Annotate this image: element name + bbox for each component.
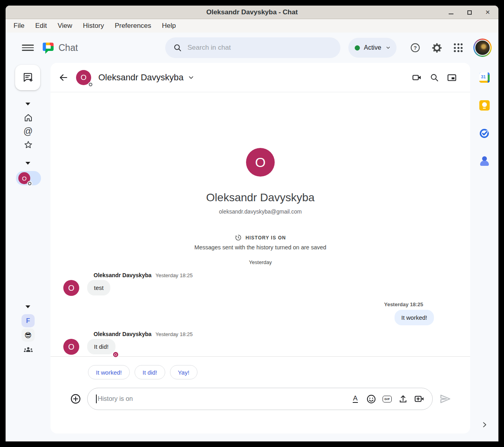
search-input[interactable] (188, 44, 323, 52)
chat-logo: Chat (42, 41, 78, 54)
menu-file[interactable]: File (14, 22, 24, 30)
gif-button[interactable]: GIF (382, 394, 393, 404)
message-input[interactable]: History is on A (87, 388, 433, 410)
message-avatar: O (63, 280, 79, 296)
maximize-button[interactable] (465, 8, 474, 17)
read-receipt-letter: O (114, 353, 117, 357)
presence-indicator (89, 83, 92, 86)
search-icon (430, 73, 439, 82)
message-list[interactable]: O Oleksandr Davyskyba oleksandr.davyskyb… (51, 92, 470, 356)
message-group: Oleksandr Davyskyba Yesterday 18:25 O It… (51, 325, 470, 355)
dm-collapse-arrow[interactable] (25, 162, 30, 165)
keep-app-button[interactable] (470, 100, 498, 111)
calendar-day-number: 31 (479, 72, 488, 81)
conversation-avatar: O (18, 172, 30, 184)
compose-row: History is on A (51, 388, 470, 410)
menu-edit[interactable]: Edit (35, 22, 47, 30)
tasks-app-button[interactable] (470, 128, 498, 139)
emoji-icon (366, 394, 376, 404)
history-banner-title: HISTORY IS ON (246, 235, 286, 241)
read-receipt-avatar: O (112, 351, 119, 358)
menu-view[interactable]: View (58, 22, 72, 30)
history-banner: HISTORY IS ON (235, 234, 286, 241)
add-attachment-button[interactable] (70, 394, 81, 404)
starred-shortcut[interactable] (6, 140, 51, 150)
window-controls: ✕ (447, 6, 492, 19)
calendar-app-button[interactable]: 31 (470, 72, 498, 83)
window-title: Oleksandr Davyskyba - Chat (206, 8, 298, 16)
google-apps-button[interactable] (450, 40, 466, 56)
contacts-app-button[interactable] (470, 156, 498, 166)
back-button[interactable] (55, 70, 71, 86)
close-button[interactable]: ✕ (483, 8, 492, 17)
message-text: test (94, 284, 104, 291)
space-item-f[interactable]: F (21, 314, 35, 327)
add-video-icon (414, 394, 424, 404)
video-meeting-button[interactable] (414, 394, 424, 404)
minimize-button[interactable] (447, 8, 455, 17)
space-emoji: 😎 (25, 331, 32, 339)
search-icon (173, 43, 182, 52)
search-in-conversation-button[interactable] (426, 70, 443, 86)
conversation-item-selected[interactable]: O (16, 171, 41, 185)
presence-indicator (28, 182, 31, 185)
status-selector[interactable]: Active (348, 38, 397, 58)
smart-reply-chip[interactable]: It did! (135, 365, 165, 379)
apps-grid-icon (454, 43, 463, 52)
chat-panel: O Oleksandr Davyskyba (51, 63, 470, 433)
app-header: Chat Active ? (6, 33, 498, 63)
message-text: It did! (94, 343, 109, 350)
message-input-placeholder: History is on (98, 395, 133, 402)
help-button[interactable]: ? (407, 40, 423, 56)
mentions-shortcut[interactable]: @ (6, 127, 51, 136)
profile-email: oleksandr.davyskyba@gmail.com (219, 208, 302, 215)
collapse-panel-button[interactable] (470, 421, 498, 429)
compose-panel: It worked! It did! Yay! (51, 356, 470, 433)
menu-preferences[interactable]: Preferences (115, 22, 151, 30)
smart-reply-label: It did! (143, 369, 157, 376)
chat-title-menu[interactable] (188, 74, 195, 81)
chat-header-avatar-letter: O (81, 73, 87, 82)
message-timestamp: Yesterday 18:25 (156, 331, 193, 337)
text-caret (96, 395, 97, 403)
picture-in-picture-icon (447, 72, 457, 83)
gear-icon (432, 43, 442, 53)
menu-help[interactable]: Help (162, 22, 176, 30)
upload-file-button[interactable] (398, 394, 408, 404)
open-in-window-button[interactable] (443, 70, 461, 86)
chevron-right-icon (481, 421, 488, 429)
message-sender: Oleksandr Davyskyba (94, 331, 152, 337)
home-shortcut[interactable] (6, 113, 51, 122)
conversation-avatar-letter: O (22, 175, 27, 182)
profile-avatar: O (246, 148, 275, 177)
browse-spaces-button[interactable] (6, 344, 51, 355)
message-timestamp: Yesterday 18:25 (384, 301, 423, 307)
new-chat-button[interactable] (15, 65, 40, 90)
settings-button[interactable] (429, 40, 445, 56)
history-banner-subtitle: Messages sent with the history turned on… (194, 244, 326, 251)
message-bubble[interactable]: test (87, 280, 110, 295)
calendar-icon: 31 (479, 72, 490, 83)
main-menu-button[interactable] (22, 42, 34, 53)
upload-icon (398, 394, 408, 404)
message-bubble[interactable]: It did! O (87, 339, 115, 354)
message-avatar: O (63, 339, 79, 355)
space-item-emoji[interactable]: 😎 (21, 328, 35, 342)
send-button[interactable] (439, 393, 451, 405)
spaces-collapse-arrow[interactable] (25, 305, 30, 308)
smart-reply-chip[interactable]: Yay! (170, 365, 197, 379)
search-bar[interactable] (165, 37, 340, 58)
shortcuts-collapse-arrow[interactable] (25, 103, 30, 105)
format-text-button[interactable]: A (350, 394, 361, 404)
back-arrow-icon (58, 72, 68, 83)
right-side-panel: 31 (470, 63, 498, 441)
video-call-button[interactable] (408, 70, 426, 86)
window-titlebar[interactable]: Oleksandr Davyskyba - Chat ✕ (6, 6, 498, 19)
smart-reply-label: Yay! (178, 369, 189, 376)
menu-history[interactable]: History (83, 22, 104, 30)
emoji-button[interactable] (366, 394, 377, 404)
account-avatar[interactable] (473, 39, 492, 57)
date-divider: Yesterday (249, 259, 272, 265)
message-bubble-own[interactable]: It worked! (395, 310, 434, 325)
smart-reply-chip[interactable]: It worked! (88, 365, 130, 379)
